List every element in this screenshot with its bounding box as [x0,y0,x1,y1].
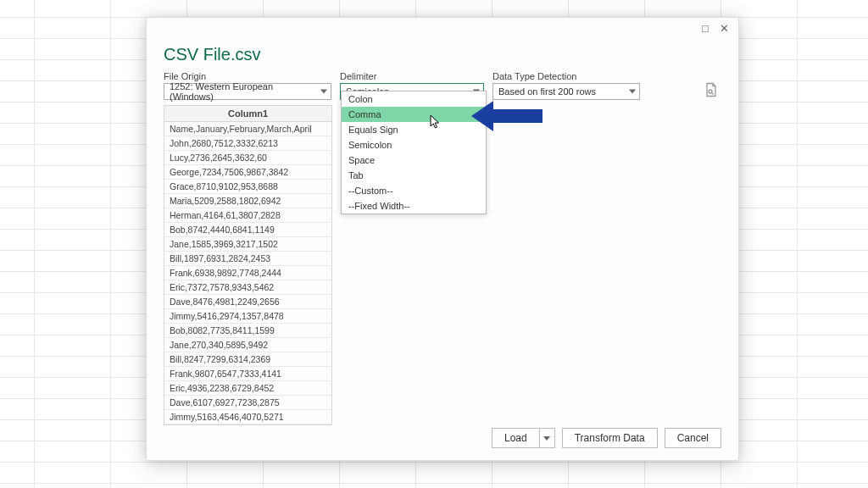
table-row: Bob,8082,7735,8411,1599 [164,324,332,338]
table-row: Bob,8742,4440,6841,1149 [164,223,332,237]
delimiter-option[interactable]: Comma [342,107,486,122]
delimiter-option[interactable]: Semicolon [342,137,486,152]
table-row: Maria,5209,2588,1802,6942 [164,194,332,208]
detection-group: Data Type Detection Based on first 200 r… [492,71,640,100]
table-row: Eric,7372,7578,9343,5462 [164,280,332,295]
table-row: Frank,9807,6547,7333,4141 [164,367,332,381]
table-row: Lucy,2736,2645,3632,60 [164,151,332,165]
csv-import-dialog: □ ✕ CSV File.csv File Origin 1252: Weste… [146,17,739,461]
svg-point-0 [709,90,712,93]
detection-label: Data Type Detection [492,71,640,81]
chevron-down-icon [629,90,636,94]
table-row: Grace,8710,9102,953,8688 [164,180,332,194]
detection-value: Based on first 200 rows [498,86,596,97]
table-row: John,2680,7512,3332,6213 [164,136,332,151]
load-split-button: Load [492,428,555,448]
cancel-button[interactable]: Cancel [665,428,721,448]
delimiter-option[interactable]: Space [342,152,486,168]
close-button[interactable]: ✕ [715,20,733,36]
table-row: Dave,6107,6927,7238,2875 [164,396,332,410]
file-origin-select[interactable]: 1252: Western European (Windows) [164,83,331,100]
table-row: Frank,6938,9892,7748,2444 [164,266,332,280]
table-row: George,7234,7506,9867,3842 [164,165,332,180]
table-row: Herman,4164,61,3807,2828 [164,208,332,223]
delimiter-option[interactable]: --Custom-- [342,183,486,198]
chevron-down-icon [320,90,327,94]
delimiter-option[interactable]: Tab [342,168,486,183]
dialog-titlebar: □ ✕ [147,18,738,38]
table-row: Bill,8247,7299,6314,2369 [164,352,332,367]
load-dropdown-button[interactable] [539,429,554,447]
delimiter-label: Delimiter [340,71,484,81]
table-row: Jimmy,5416,2974,1357,8478 [164,309,332,324]
dialog-actions: Load Transform Data Cancel [492,428,721,448]
detection-select[interactable]: Based on first 200 rows [492,83,640,100]
transform-data-button[interactable]: Transform Data [562,428,658,448]
table-row: Dave,8476,4981,2249,2656 [164,295,332,309]
table-row: Eric,4936,2238,6729,8452 [164,381,332,396]
dialog-title: CSV File.csv [147,38,738,68]
table-row: Jimmy,5163,4546,4070,5271 [164,410,332,424]
file-origin-label: File Origin [164,71,331,81]
load-button[interactable]: Load [492,429,539,447]
table-row: Jane,1585,3969,3217,1502 [164,237,332,252]
delimiter-option[interactable]: Colon [342,92,486,107]
file-origin-group: File Origin 1252: Western European (Wind… [164,71,331,100]
delimiter-option[interactable]: --Fixed Width-- [342,198,486,214]
settings-icon[interactable] [701,80,721,100]
table-row: Bill,1897,6931,2824,2453 [164,252,332,266]
table-row: Jane,270,340,5895,9492 [164,338,332,352]
file-origin-value: 1252: Western European (Windows) [170,81,315,102]
maximize-button[interactable]: □ [696,20,715,36]
table-row: Name,January,February,March,April [164,122,332,136]
delimiter-dropdown: ColonCommaEquals SignSemicolonSpaceTab--… [341,91,487,214]
preview-table: Column1 Name,January,February,March,Apri… [164,105,332,425]
chevron-down-icon [543,436,550,441]
delimiter-option[interactable]: Equals Sign [342,122,486,137]
preview-header: Column1 [164,106,332,122]
